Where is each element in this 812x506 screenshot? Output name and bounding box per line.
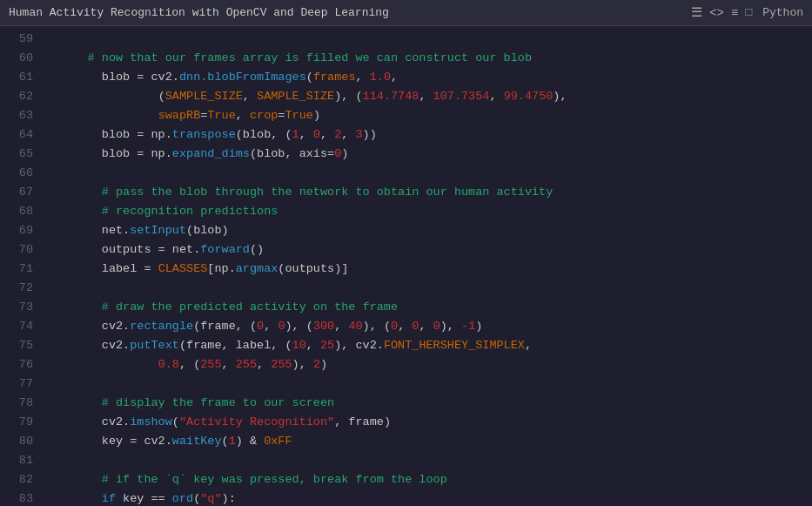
expand-icon[interactable]: □ bbox=[745, 6, 752, 19]
code-line-72: # draw the predicted activity on the fra… bbox=[45, 279, 812, 298]
code-content: # now that our frames array is filled we… bbox=[42, 26, 812, 506]
code-line-77: # display the frame to our screen bbox=[45, 374, 812, 394]
code-icon[interactable]: <> bbox=[709, 6, 724, 20]
line-numbers: 59 60 61 62 63 64 65 66 67 68 69 70 71 7… bbox=[0, 26, 42, 506]
title-text: Human Activity Recognition with OpenCV a… bbox=[9, 6, 389, 19]
editor-area: 59 60 61 62 63 64 65 66 67 68 69 70 71 7… bbox=[0, 26, 812, 506]
title-bar: Human Activity Recognition with OpenCV a… bbox=[0, 0, 812, 26]
hamburger-icon[interactable]: ☰ bbox=[691, 4, 702, 21]
code-line-81: # if the `q` key was pressed, break from… bbox=[45, 451, 812, 470]
code-line-59: # now that our frames array is filled we… bbox=[45, 30, 812, 49]
list-icon[interactable]: ≡ bbox=[731, 6, 738, 20]
toolbar-icons: ☰ <> ≡ □ bbox=[691, 4, 752, 21]
language-label: Python bbox=[762, 6, 803, 19]
code-line-66: # pass the blob through the network to o… bbox=[45, 164, 812, 183]
